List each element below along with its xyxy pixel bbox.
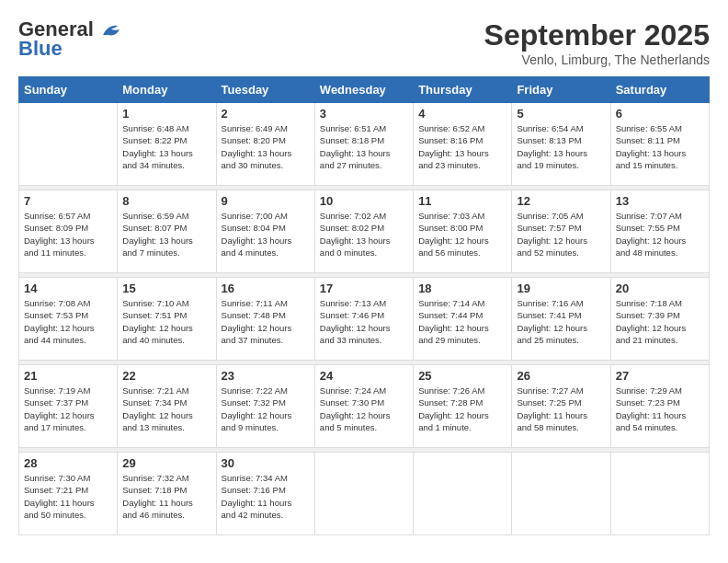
week-row-3: 14Sunrise: 7:08 AM Sunset: 7:53 PM Dayli… [19, 278, 710, 361]
week-row-4: 21Sunrise: 7:19 AM Sunset: 7:37 PM Dayli… [19, 365, 710, 448]
day-info: Sunrise: 7:32 AM Sunset: 7:18 PM Dayligh… [122, 472, 210, 521]
calendar-cell: 19Sunrise: 7:16 AM Sunset: 7:41 PM Dayli… [512, 278, 610, 361]
day-number: 29 [122, 456, 210, 470]
calendar-cell: 11Sunrise: 7:03 AM Sunset: 8:00 PM Dayli… [414, 190, 512, 273]
title-block: September 2025 Venlo, Limburg, The Nethe… [484, 18, 710, 67]
calendar-cell: 5Sunrise: 6:54 AM Sunset: 8:13 PM Daylig… [512, 103, 610, 186]
calendar-cell: 6Sunrise: 6:55 AM Sunset: 8:11 PM Daylig… [610, 103, 709, 186]
calendar-cell: 22Sunrise: 7:21 AM Sunset: 7:34 PM Dayli… [118, 365, 216, 448]
calendar-cell: 16Sunrise: 7:11 AM Sunset: 7:48 PM Dayli… [216, 278, 314, 361]
calendar-cell: 26Sunrise: 7:27 AM Sunset: 7:25 PM Dayli… [512, 365, 610, 448]
day-number: 18 [418, 282, 506, 295]
day-info: Sunrise: 7:05 AM Sunset: 7:57 PM Dayligh… [517, 210, 605, 259]
day-info: Sunrise: 6:49 AM Sunset: 8:20 PM Dayligh… [222, 122, 310, 171]
header-monday: Monday [118, 77, 216, 103]
day-number: 22 [122, 369, 210, 383]
calendar-cell: 2Sunrise: 6:49 AM Sunset: 8:20 PM Daylig… [216, 103, 314, 186]
day-info: Sunrise: 6:51 AM Sunset: 8:18 PM Dayligh… [320, 122, 408, 171]
week-row-1: 1Sunrise: 6:48 AM Sunset: 8:22 PM Daylig… [19, 103, 710, 186]
calendar-cell: 3Sunrise: 6:51 AM Sunset: 8:18 PM Daylig… [314, 103, 413, 186]
location-text: Venlo, Limburg, The Netherlands [484, 52, 710, 67]
day-number: 17 [320, 282, 408, 295]
day-info: Sunrise: 7:26 AM Sunset: 7:28 PM Dayligh… [418, 385, 506, 433]
calendar-cell: 28Sunrise: 7:30 AM Sunset: 7:21 PM Dayli… [19, 453, 118, 535]
day-number: 16 [222, 282, 310, 295]
logo: General Blue [18, 18, 121, 61]
day-number: 27 [616, 369, 704, 383]
calendar-cell: 21Sunrise: 7:19 AM Sunset: 7:37 PM Dayli… [19, 365, 118, 448]
day-number: 2 [222, 107, 310, 121]
day-info: Sunrise: 7:07 AM Sunset: 7:55 PM Dayligh… [616, 210, 704, 259]
day-info: Sunrise: 7:08 AM Sunset: 7:53 PM Dayligh… [24, 297, 112, 346]
day-number: 23 [222, 369, 310, 383]
calendar-cell [19, 103, 118, 186]
header-row: SundayMondayTuesdayWednesdayThursdayFrid… [19, 77, 710, 103]
day-info: Sunrise: 7:22 AM Sunset: 7:32 PM Dayligh… [222, 385, 310, 433]
logo-blue-text: Blue [18, 37, 63, 61]
day-number: 26 [517, 369, 605, 383]
header-tuesday: Tuesday [216, 77, 314, 103]
day-number: 9 [222, 194, 310, 208]
day-number: 30 [222, 456, 310, 470]
week-row-2: 7Sunrise: 6:57 AM Sunset: 8:09 PM Daylig… [19, 190, 710, 273]
calendar-cell: 30Sunrise: 7:34 AM Sunset: 7:16 PM Dayli… [216, 453, 314, 535]
day-number: 6 [616, 107, 704, 121]
calendar-cell: 27Sunrise: 7:29 AM Sunset: 7:23 PM Dayli… [610, 365, 709, 448]
day-number: 25 [418, 369, 506, 383]
day-info: Sunrise: 7:27 AM Sunset: 7:25 PM Dayligh… [517, 385, 605, 433]
day-info: Sunrise: 7:02 AM Sunset: 8:02 PM Dayligh… [320, 210, 408, 259]
day-info: Sunrise: 7:14 AM Sunset: 7:44 PM Dayligh… [418, 297, 506, 346]
day-info: Sunrise: 7:03 AM Sunset: 8:00 PM Dayligh… [418, 210, 506, 259]
day-info: Sunrise: 7:30 AM Sunset: 7:21 PM Dayligh… [24, 472, 112, 521]
day-info: Sunrise: 7:10 AM Sunset: 7:51 PM Dayligh… [122, 297, 210, 346]
day-info: Sunrise: 6:48 AM Sunset: 8:22 PM Dayligh… [122, 122, 210, 171]
page-header: General Blue September 2025 Venlo, Limbu… [18, 18, 710, 67]
calendar-cell: 8Sunrise: 6:59 AM Sunset: 8:07 PM Daylig… [118, 190, 216, 273]
day-number: 13 [616, 194, 704, 208]
calendar-cell: 20Sunrise: 7:18 AM Sunset: 7:39 PM Dayli… [610, 278, 709, 361]
calendar-table: SundayMondayTuesdayWednesdayThursdayFrid… [18, 76, 710, 535]
calendar-cell: 17Sunrise: 7:13 AM Sunset: 7:46 PM Dayli… [314, 278, 413, 361]
logo-bird-icon [101, 22, 121, 39]
day-number: 8 [122, 194, 210, 208]
month-title: September 2025 [484, 18, 710, 52]
day-number: 1 [122, 107, 210, 121]
calendar-cell [414, 453, 512, 535]
day-info: Sunrise: 7:18 AM Sunset: 7:39 PM Dayligh… [616, 297, 704, 346]
day-info: Sunrise: 7:11 AM Sunset: 7:48 PM Dayligh… [222, 297, 310, 346]
calendar-cell [512, 453, 610, 535]
day-info: Sunrise: 7:19 AM Sunset: 7:37 PM Dayligh… [24, 385, 112, 433]
calendar-cell: 18Sunrise: 7:14 AM Sunset: 7:44 PM Dayli… [414, 278, 512, 361]
day-info: Sunrise: 7:29 AM Sunset: 7:23 PM Dayligh… [616, 385, 704, 433]
day-info: Sunrise: 7:16 AM Sunset: 7:41 PM Dayligh… [517, 297, 605, 346]
day-info: Sunrise: 7:34 AM Sunset: 7:16 PM Dayligh… [222, 472, 310, 521]
day-info: Sunrise: 6:57 AM Sunset: 8:09 PM Dayligh… [24, 210, 112, 259]
calendar-cell: 7Sunrise: 6:57 AM Sunset: 8:09 PM Daylig… [19, 190, 118, 273]
day-number: 7 [24, 194, 112, 208]
calendar-cell: 1Sunrise: 6:48 AM Sunset: 8:22 PM Daylig… [118, 103, 216, 186]
calendar-cell [314, 453, 413, 535]
day-info: Sunrise: 7:00 AM Sunset: 8:04 PM Dayligh… [222, 210, 310, 259]
day-number: 4 [418, 107, 506, 121]
day-number: 10 [320, 194, 408, 208]
day-number: 12 [517, 194, 605, 208]
calendar-cell: 4Sunrise: 6:52 AM Sunset: 8:16 PM Daylig… [414, 103, 512, 186]
day-info: Sunrise: 6:59 AM Sunset: 8:07 PM Dayligh… [122, 210, 210, 259]
header-thursday: Thursday [414, 77, 512, 103]
day-number: 15 [122, 282, 210, 295]
day-info: Sunrise: 6:55 AM Sunset: 8:11 PM Dayligh… [616, 122, 704, 171]
day-number: 14 [24, 282, 112, 295]
day-number: 11 [418, 194, 506, 208]
day-info: Sunrise: 7:21 AM Sunset: 7:34 PM Dayligh… [122, 385, 210, 433]
calendar-cell: 15Sunrise: 7:10 AM Sunset: 7:51 PM Dayli… [118, 278, 216, 361]
header-saturday: Saturday [610, 77, 709, 103]
calendar-cell: 29Sunrise: 7:32 AM Sunset: 7:18 PM Dayli… [118, 453, 216, 535]
day-number: 21 [24, 369, 112, 383]
calendar-cell [610, 453, 709, 535]
day-info: Sunrise: 7:24 AM Sunset: 7:30 PM Dayligh… [320, 385, 408, 433]
day-info: Sunrise: 6:54 AM Sunset: 8:13 PM Dayligh… [517, 122, 605, 171]
day-number: 28 [24, 456, 112, 470]
calendar-header: SundayMondayTuesdayWednesdayThursdayFrid… [19, 77, 710, 103]
calendar-cell: 13Sunrise: 7:07 AM Sunset: 7:55 PM Dayli… [610, 190, 709, 273]
day-number: 24 [320, 369, 408, 383]
